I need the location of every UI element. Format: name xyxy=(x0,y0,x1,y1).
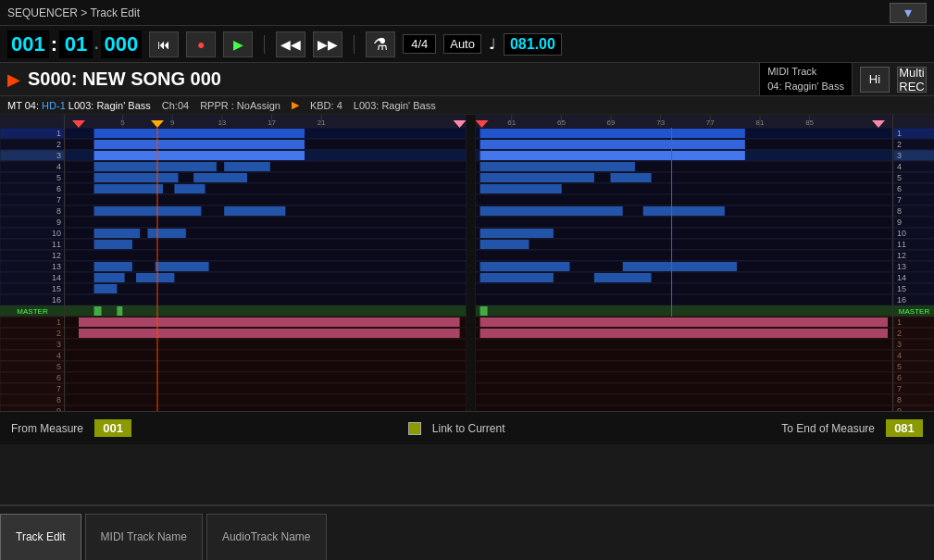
mt-label: MT 04: HD-1 L003: Ragin' Bass xyxy=(7,100,151,111)
beat-display: 01 xyxy=(59,31,93,58)
from-measure-label: From Measure xyxy=(11,422,83,435)
record-button[interactable]: ● xyxy=(186,31,216,57)
song-name: S000: NEW SONG 000 xyxy=(28,68,752,90)
tick-display: 000 xyxy=(101,31,143,58)
right-track-labels xyxy=(892,115,934,411)
note-icon: ♩ xyxy=(489,35,496,53)
midi-track-line2: 04: Raggin' Bass xyxy=(767,80,844,93)
to-end-label: To End of Measure xyxy=(781,422,875,435)
top-bar: SEQUENCER > Track Edit ▾ xyxy=(0,0,934,26)
play-button[interactable]: ▶ xyxy=(223,31,253,57)
ch-label: Ch:04 xyxy=(162,100,189,111)
link-checkbox[interactable] xyxy=(408,422,421,435)
time-signature[interactable]: 4/4 xyxy=(403,34,436,54)
tempo-mode[interactable]: Auto xyxy=(443,34,481,54)
hi-button[interactable]: Hi xyxy=(860,67,890,93)
top-right-dropdown[interactable]: ▾ xyxy=(890,3,927,23)
divider2 xyxy=(354,35,355,54)
fast-back-button[interactable]: ◀◀ xyxy=(276,31,305,57)
rppr-label: RPPR : NoAssign xyxy=(200,100,280,111)
tab-bar: Track Edit MIDI Track Name AudioTrack Na… xyxy=(0,504,934,560)
tab-track-edit[interactable]: Track Edit xyxy=(0,514,81,560)
from-measure-value[interactable]: 001 xyxy=(94,419,131,437)
top-bar-title: SEQUENCER > Track Edit xyxy=(7,6,140,19)
song-bar: ▶ S000: NEW SONG 000 MIDI Track 04: Ragg… xyxy=(0,63,934,96)
rewind-button[interactable]: ⏮ xyxy=(149,31,179,57)
midi-track-line1: MIDI Track xyxy=(767,65,844,79)
divider xyxy=(264,35,265,54)
sequencer-tracks[interactable] xyxy=(65,115,892,411)
metronome-button[interactable]: ⚗ xyxy=(366,31,395,57)
chevron-down-icon: ▾ xyxy=(904,4,912,21)
midi-track-info: MIDI Track 04: Raggin' Bass xyxy=(759,62,853,96)
time-display: 001 : 01 . 000 xyxy=(7,31,142,58)
transport-bar: 001 : 01 . 000 ⏮ ● ▶ ◀◀ ▶▶ ⚗ 4/4 Auto ♩ … xyxy=(0,26,934,63)
link-label: Link to Current xyxy=(432,422,505,435)
measure-display: 001 xyxy=(7,31,49,58)
sequencer-wrapper xyxy=(0,115,934,411)
tab-midi-track-name[interactable]: MIDI Track Name xyxy=(85,514,203,560)
song-arrow[interactable]: ▶ xyxy=(7,69,20,90)
track-info-bar: MT 04: HD-1 L003: Ragin' Bass Ch:04 RPPR… xyxy=(0,96,934,115)
kbd-loop-label: L003: Ragin' Bass xyxy=(354,100,436,111)
bpm-display[interactable]: 081.00 xyxy=(504,33,562,56)
tab-audio-track-name[interactable]: AudioTrack Name xyxy=(206,514,327,560)
kbd-label: KBD: 4 xyxy=(310,100,342,111)
to-end-value[interactable]: 081 xyxy=(886,419,923,437)
multi-rec-button[interactable]: Multi REC xyxy=(897,67,927,93)
fast-fwd-button[interactable]: ▶▶ xyxy=(313,31,342,57)
bottom-controls: From Measure 001 Link to Current To End … xyxy=(0,411,934,444)
left-track-labels xyxy=(0,115,65,411)
